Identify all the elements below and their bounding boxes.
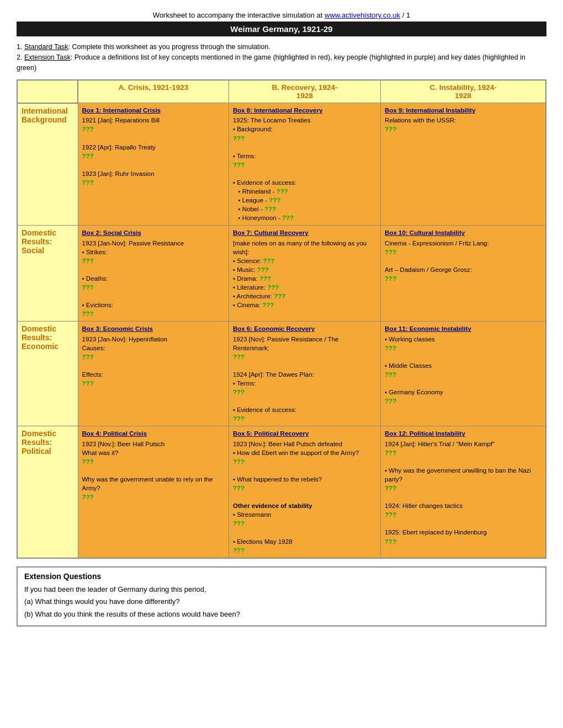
extension-title: Extension Questions [24,572,539,581]
table-row: DomesticResults:Political Box 4: Politic… [17,426,546,558]
col-header-c: C. Instability, 1924- 1928 [381,80,546,103]
box7-qqq3: ??? [259,275,271,282]
instruction-line2: : Produce a definitions list of key conc… [17,53,525,72]
box6-qqq3: ??? [233,415,245,422]
box2-title: Box 2: Social Crisis [82,228,225,237]
box6-qqq1: ??? [233,354,245,360]
extension-line1: If you had been the leader of Germany du… [24,584,539,595]
box4-qqq1: ??? [82,458,94,465]
row-label-international: InternationalBackground [17,103,78,226]
box8-qqq3: ??? [277,188,288,195]
box2-qqq2: ??? [82,284,94,291]
box10-title: Box 10: Cultural Instability [385,228,541,237]
box3-qqq2: ??? [82,380,94,387]
table-row: DomesticResults:Social Box 2: Social Cri… [17,226,546,322]
box11-title: Box 11: Economic Instability [385,324,541,333]
instructions: 1. Standard Task: Complete this workshee… [17,42,546,73]
box10-cell: Box 10: Cultural Instability Cinema - Ex… [381,226,546,322]
col-header-a: A. Crisis, 1921-1923 [78,80,229,103]
box6-qqq2: ??? [233,389,245,395]
extension-task-label: Extension Task [24,53,71,61]
box12-cell: Box 12: Political Instability 1924 [Jan]… [381,426,546,558]
box7-title: Box 7: Cultural Recovery [233,228,376,237]
extension-line2: (a) What things would you have done diff… [24,596,539,607]
box4-qqq2: ??? [82,494,94,500]
box4-title: Box 4: Political Crisis [82,429,225,438]
box5-qqq2: ??? [233,485,245,491]
box8-cell: Box 8: International Recovery 1925: The … [229,103,380,226]
box1-title: Box 1: International Crisis [82,106,225,115]
standard-task-label: Standard Task [24,43,68,51]
box12-qqq1: ??? [385,449,396,456]
box7-qqq2: ??? [257,266,269,273]
box1-qqq2: ??? [82,153,94,159]
box12-qqq4: ??? [385,538,396,545]
box8-qqq2: ??? [233,162,245,168]
box5-cell: Box 5: Political Recovery 1923 [Nov.]: B… [229,426,380,558]
box5-title: Box 5: Political Recovery [233,429,376,438]
box5-qqq3: ??? [233,520,245,527]
box3-cell: Box 3: Economic Crisis 1923 [Jan-Nov]: H… [78,322,229,426]
table-row: DomesticResults:Economic Box 3: Economic… [17,322,546,426]
extension-box: Extension Questions If you had been the … [17,566,546,627]
box10-qqq1: ??? [385,249,396,255]
box4-cell: Box 4: Political Crisis 1923 [Nov.]: Bee… [78,426,229,558]
box5-stability-header: Other evidence of stability [233,502,312,509]
box9-qqq1: ??? [385,126,396,132]
box8-title: Box 8: International Recovery [233,106,376,115]
website-link[interactable]: www.activehistory.co.uk [325,11,400,19]
box8-qqq4: ??? [269,197,280,204]
box3-qqq1: ??? [82,354,94,360]
box12-qqq3: ??? [385,511,396,518]
box8-qqq1: ??? [233,135,245,142]
main-table: A. Crisis, 1921-1923 B. Recovery, 1924- … [17,79,546,559]
box8-qqq5: ??? [264,206,276,212]
col-header-b: B. Recovery, 1924- 1928 [229,80,380,103]
box3-title: Box 3: Economic Crisis [82,324,225,333]
box5-qqq1: ??? [233,458,245,465]
box11-cell: Box 11: Economic Instability • Working c… [381,322,546,426]
row-label-political: DomesticResults:Political [17,426,78,558]
box7-qqq6: ??? [262,302,274,308]
row-label-social: DomesticResults:Social [17,226,78,322]
box10-qqq2: ??? [385,275,396,282]
box2-qqq1: ??? [82,258,94,264]
box6-title: Box 6: Economic Recovery [233,324,376,333]
box12-qqq2: ??? [385,485,396,491]
top-header: Worksheet to accompany the interactive s… [17,11,546,19]
extension-line3: (b) What do you think the results of the… [24,609,539,620]
instruction-line1: : Complete this worksheet as you progres… [68,43,270,51]
box11-qqq2: ??? [385,371,396,378]
box5-qqq4: ??? [233,547,245,554]
box7-cell: Box 7: Cultural Recovery [make notes on … [229,226,380,322]
row-label-economic: DomesticResults:Economic [17,322,78,426]
box9-title: Box 9: International Instability [385,106,541,115]
box11-qqq1: ??? [385,345,396,351]
title-bar: Weimar Germany, 1921-29 [17,22,546,36]
box8-qqq6: ??? [282,215,294,221]
box6-cell: Box 6: Economic Recovery 1923 [Nov]: Pas… [229,322,380,426]
box12-title: Box 12: Political Instability [385,429,541,438]
box1-cell: Box 1: International Crisis 1921 [Jan]: … [78,103,229,226]
box11-qqq3: ??? [385,398,396,404]
box2-qqq3: ??? [82,311,94,317]
box9-cell: Box 9: International Instability Relatio… [381,103,546,226]
box1-qqq1: ??? [82,126,94,132]
box2-cell: Box 2: Social Crisis 1923 [Jan-Nov]: Pas… [78,226,229,322]
box1-content: 1921 [Jan]: Reparations Bill ??? 1922 [A… [82,117,160,186]
table-row: InternationalBackground Box 1: Internati… [17,103,546,226]
box1-qqq3: ??? [82,179,94,186]
box7-qqq5: ??? [274,293,285,299]
box7-qqq1: ??? [263,258,274,264]
box7-qqq4: ??? [267,284,279,291]
